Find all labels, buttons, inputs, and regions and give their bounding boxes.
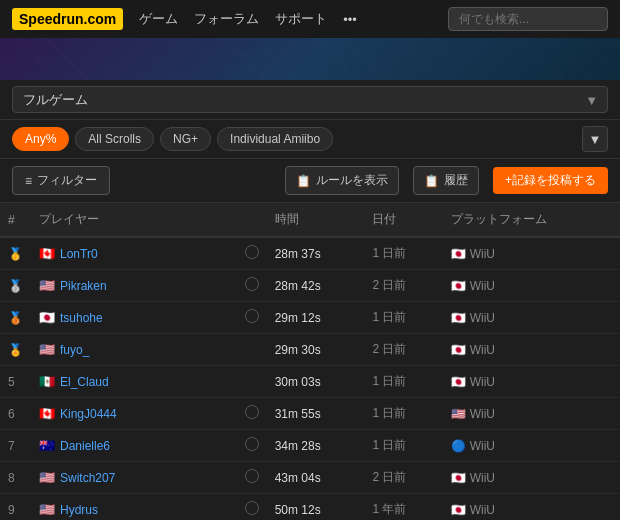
player-name[interactable]: Hydrus (60, 503, 98, 517)
rank-cell: 9 (0, 494, 31, 521)
player-flag: 🇯🇵 (39, 310, 55, 325)
time-cell: 31m 55s (267, 398, 365, 430)
category-select[interactable]: フルゲーム Individual Level (12, 86, 608, 113)
platform-cell: 🇯🇵 WiiU (443, 494, 620, 521)
platform-display: 🇯🇵 WiiU (451, 247, 612, 261)
video-circle-icon[interactable] (245, 405, 259, 419)
date-cell: 1 日前 (364, 398, 443, 430)
rules-label: ルールを表示 (316, 172, 388, 189)
video-indicator-cell (237, 302, 267, 334)
time-cell: 50m 12s (267, 494, 365, 521)
rank-cell: 6 (0, 398, 31, 430)
date-cell: 1 年前 (364, 494, 443, 521)
date-cell: 2 日前 (364, 462, 443, 494)
platform-cell: 🔵 WiiU (443, 430, 620, 462)
video-circle-icon[interactable] (245, 277, 259, 291)
player-cell: 🇨🇦KingJ0444 (31, 398, 237, 430)
tab-individual-amiibo[interactable]: Individual Amiibo (217, 127, 333, 151)
video-circle-icon[interactable] (245, 469, 259, 483)
platform-cell: 🇯🇵 WiiU (443, 302, 620, 334)
date-cell: 1 日前 (364, 430, 443, 462)
player-flag: 🇲🇽 (39, 374, 55, 389)
history-label: 履歴 (444, 172, 468, 189)
platform-display: 🇯🇵 WiiU (451, 279, 612, 293)
leaderboard-table: # プレイヤー 時間 日付 プラットフォーム 🥇🇨🇦LonTr028m 37s1… (0, 203, 620, 520)
tab-any-percent[interactable]: Any% (12, 127, 69, 151)
player-name[interactable]: KingJ0444 (60, 407, 117, 421)
nav-forum[interactable]: フォーラム (194, 10, 259, 28)
header: Speedrun.com ゲーム フォーラム サポート ••• (0, 0, 620, 38)
tabs-expand-button[interactable]: ▼ (582, 126, 608, 152)
filter-icon: ≡ (25, 174, 32, 188)
video-indicator-cell (237, 334, 267, 366)
submit-run-button[interactable]: +記録を投稿する (493, 167, 608, 194)
table-row: 8🇺🇸Switch20743m 04s2 日前🇯🇵 WiiU (0, 462, 620, 494)
player-name[interactable]: Switch207 (60, 471, 115, 485)
player-cell: 🇨🇦LonTr0 (31, 237, 237, 270)
site-logo[interactable]: Speedrun.com (12, 8, 123, 30)
tab-ng-plus[interactable]: NG+ (160, 127, 211, 151)
rank-cell: 8 (0, 462, 31, 494)
platform-cell: 🇯🇵 WiiU (443, 270, 620, 302)
rank-cell: 🥇 (0, 237, 31, 270)
player-flag: 🇺🇸 (39, 342, 55, 357)
table-row: 5🇲🇽El_Claud30m 03s1 日前🇯🇵 WiiU (0, 366, 620, 398)
player-name[interactable]: El_Claud (60, 375, 109, 389)
player-flag: 🇨🇦 (39, 246, 55, 261)
platform-cell: 🇯🇵 WiiU (443, 366, 620, 398)
date-cell: 1 日前 (364, 366, 443, 398)
search-input[interactable] (448, 7, 608, 31)
rank-cell: 🥉 (0, 302, 31, 334)
player-name[interactable]: LonTr0 (60, 247, 98, 261)
player-cell: 🇺🇸Pikraken (31, 270, 237, 302)
player-name[interactable]: tsuhohe (60, 311, 103, 325)
col-date: 日付 (364, 203, 443, 237)
col-player: プレイヤー (31, 203, 237, 237)
nav-more[interactable]: ••• (343, 12, 357, 27)
video-circle-icon[interactable] (245, 245, 259, 259)
col-rank: # (0, 203, 31, 237)
filter-button[interactable]: ≡ フィルター (12, 166, 110, 195)
date-cell: 1 日前 (364, 302, 443, 334)
player-name[interactable]: fuyo_ (60, 343, 89, 357)
platform-display: 🔵 WiiU (451, 439, 612, 453)
nav-games[interactable]: ゲーム (139, 10, 178, 28)
tab-all-scrolls[interactable]: All Scrolls (75, 127, 154, 151)
video-circle-icon[interactable] (245, 437, 259, 451)
table-row: 🥈🇺🇸Pikraken28m 42s2 日前🇯🇵 WiiU (0, 270, 620, 302)
video-circle-icon[interactable] (245, 309, 259, 323)
platform-cell: 🇺🇸 WiiU (443, 398, 620, 430)
rules-button[interactable]: 📋 ルールを表示 (285, 166, 399, 195)
tabs-bar: Any% All Scrolls NG+ Individual Amiibo ▼ (0, 120, 620, 159)
table-row: 🥇🇨🇦LonTr028m 37s1 日前🇯🇵 WiiU (0, 237, 620, 270)
video-circle-icon[interactable] (245, 501, 259, 515)
nav-support[interactable]: サポート (275, 10, 327, 28)
player-cell: 🇺🇸fuyo_ (31, 334, 237, 366)
video-indicator-cell (237, 270, 267, 302)
rules-icon: 📋 (296, 174, 311, 188)
table-row: 7🇦🇺Danielle634m 28s1 日前🔵 WiiU (0, 430, 620, 462)
date-cell: 1 日前 (364, 237, 443, 270)
col-platform: プラットフォーム (443, 203, 620, 237)
date-cell: 2 日前 (364, 270, 443, 302)
video-indicator-cell (237, 462, 267, 494)
player-name[interactable]: Pikraken (60, 279, 107, 293)
table-row: 🏅🇺🇸fuyo_29m 30s2 日前🇯🇵 WiiU (0, 334, 620, 366)
col-time: 時間 (267, 203, 365, 237)
rank-cell: 🏅 (0, 334, 31, 366)
history-button[interactable]: 📋 履歴 (413, 166, 479, 195)
player-cell: 🇲🇽El_Claud (31, 366, 237, 398)
time-cell: 28m 42s (267, 270, 365, 302)
player-flag: 🇨🇦 (39, 406, 55, 421)
player-flag: 🇺🇸 (39, 502, 55, 517)
platform-cell: 🇯🇵 WiiU (443, 237, 620, 270)
table-row: 6🇨🇦KingJ044431m 55s1 日前🇺🇸 WiiU (0, 398, 620, 430)
time-cell: 29m 12s (267, 302, 365, 334)
time-cell: 28m 37s (267, 237, 365, 270)
player-name[interactable]: Danielle6 (60, 439, 110, 453)
table-row: 9🇺🇸Hydrus50m 12s1 年前🇯🇵 WiiU (0, 494, 620, 521)
player-cell: 🇺🇸Switch207 (31, 462, 237, 494)
platform-display: 🇯🇵 WiiU (451, 375, 612, 389)
player-cell: 🇦🇺Danielle6 (31, 430, 237, 462)
video-indicator-cell (237, 398, 267, 430)
